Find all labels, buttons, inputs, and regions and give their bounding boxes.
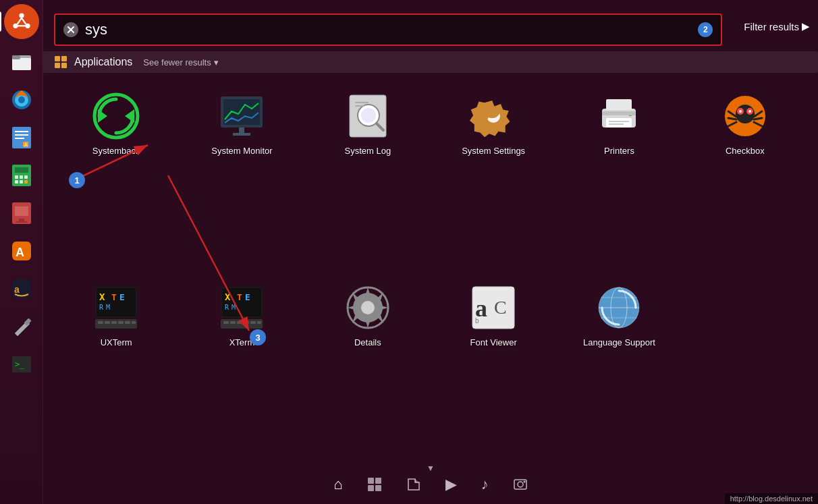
svg-text:C: C xyxy=(494,297,507,318)
sidebar-item-files[interactable] xyxy=(5,46,38,78)
svg-rect-16 xyxy=(15,138,24,139)
printers-label: Printers xyxy=(604,146,634,156)
svg-rect-25 xyxy=(20,180,23,184)
apps-grid: Systemback System Monitor xyxy=(43,73,818,470)
search-bar: sys 2 xyxy=(54,13,722,46)
app-item-details[interactable]: Details xyxy=(308,275,427,460)
sidebar-item-amazon[interactable]: a xyxy=(5,273,38,305)
nav-music-button[interactable]: ♪ xyxy=(481,476,489,493)
uxterm-icon: X T E R M xyxy=(92,283,140,332)
svg-rect-22 xyxy=(20,175,23,179)
search-result-count-badge: 2 xyxy=(698,22,713,37)
details-label: Details xyxy=(354,337,381,347)
font-viewer-icon: a C b xyxy=(469,283,518,332)
sidebar-item-firefox[interactable] xyxy=(5,84,38,116)
svg-rect-57 xyxy=(355,105,364,107)
svg-rect-60 xyxy=(606,99,632,110)
svg-rect-43 xyxy=(61,63,67,68)
svg-point-1 xyxy=(19,13,24,18)
sidebar-item-software[interactable]: A xyxy=(5,235,38,267)
app-item-font-viewer[interactable]: a C b Font Viewer xyxy=(434,275,553,460)
svg-rect-28 xyxy=(15,206,28,216)
svg-rect-8 xyxy=(12,58,31,70)
system-settings-label: System Settings xyxy=(462,146,525,156)
systemback-icon xyxy=(92,92,140,140)
sidebar-item-writer[interactable]: A xyxy=(5,121,38,154)
svg-rect-89 xyxy=(118,321,124,324)
svg-rect-42 xyxy=(55,63,60,68)
svg-rect-21 xyxy=(15,175,18,179)
search-clear-button[interactable] xyxy=(63,22,78,37)
svg-point-3 xyxy=(25,24,30,28)
app-item-checkbox[interactable]: Checkbox xyxy=(686,84,805,269)
applications-label: Applications xyxy=(74,56,132,68)
checkbox-label: Checkbox xyxy=(726,146,765,156)
svg-rect-120 xyxy=(368,478,374,484)
filter-results-button[interactable]: Filter results ▶ xyxy=(744,20,810,32)
svg-rect-56 xyxy=(355,102,369,103)
sidebar-item-terminal[interactable]: >_ xyxy=(5,348,38,381)
app-item-system-settings[interactable]: System Settings xyxy=(434,84,553,269)
nav-home-button[interactable]: ⌂ xyxy=(333,476,342,493)
language-support-icon xyxy=(595,283,643,332)
svg-rect-41 xyxy=(61,56,67,61)
svg-text:T: T xyxy=(237,292,242,302)
svg-rect-88 xyxy=(111,321,117,324)
ubuntu-home-button[interactable] xyxy=(4,4,39,39)
applications-header: Applications See fewer results ▾ xyxy=(43,51,818,73)
app-item-system-log[interactable]: System Log xyxy=(308,84,427,269)
svg-text:A: A xyxy=(16,246,24,259)
svg-rect-87 xyxy=(105,321,110,324)
svg-point-54 xyxy=(361,108,376,123)
svg-rect-123 xyxy=(375,485,381,491)
app-item-xterm[interactable]: X T E R M XTerm xyxy=(182,275,301,460)
svg-rect-20 xyxy=(15,167,28,173)
svg-text:R: R xyxy=(99,304,104,311)
svg-point-2 xyxy=(13,24,18,28)
search-input[interactable]: sys xyxy=(85,21,698,38)
svg-text:a: a xyxy=(14,284,20,295)
sidebar: A A a xyxy=(0,0,43,504)
nav-photos-button[interactable] xyxy=(513,477,528,492)
app-item-printers[interactable]: Printers xyxy=(560,84,678,269)
svg-text:X: X xyxy=(99,291,105,302)
svg-rect-121 xyxy=(375,478,381,484)
system-log-label: System Log xyxy=(344,146,391,156)
details-icon xyxy=(344,283,392,332)
scroll-hint-icon: ▼ xyxy=(427,464,435,473)
sidebar-item-calc[interactable] xyxy=(5,159,38,192)
system-monitor-label: System Monitor xyxy=(211,146,272,156)
svg-rect-15 xyxy=(15,134,28,136)
printers-icon xyxy=(595,92,643,140)
svg-text:R: R xyxy=(225,304,229,311)
see-fewer-button[interactable]: See fewer results ▾ xyxy=(143,57,218,67)
svg-rect-122 xyxy=(368,485,374,491)
sidebar-item-tools[interactable] xyxy=(5,310,38,343)
system-log-icon xyxy=(344,92,392,140)
svg-rect-91 xyxy=(132,321,136,324)
svg-rect-61 xyxy=(606,118,632,128)
system-settings-icon xyxy=(469,92,518,140)
svg-rect-14 xyxy=(15,131,28,132)
svg-rect-105 xyxy=(257,321,261,324)
app-item-system-monitor[interactable]: System Monitor xyxy=(182,84,301,269)
annotation-badge-3: 3 xyxy=(250,329,266,345)
svg-point-71 xyxy=(748,110,751,113)
svg-line-76 xyxy=(754,118,762,119)
nav-files-button[interactable] xyxy=(406,477,421,492)
annotation-badge-1: 1 xyxy=(69,172,85,188)
svg-text:T: T xyxy=(111,292,117,302)
svg-marker-45 xyxy=(98,109,107,123)
applications-icon xyxy=(54,55,67,69)
app-item-language-support[interactable]: Language Support xyxy=(560,275,678,460)
nav-media-button[interactable]: ▶ xyxy=(445,476,457,493)
nav-apps-button[interactable] xyxy=(367,477,382,492)
app-item-uxterm[interactable]: X T E R M UXTerm xyxy=(57,275,175,460)
svg-rect-30 xyxy=(16,221,27,223)
sidebar-item-impress[interactable] xyxy=(5,197,38,229)
svg-rect-40 xyxy=(55,56,60,61)
svg-rect-29 xyxy=(19,219,24,221)
svg-text:>_: >_ xyxy=(15,360,25,369)
main-panel: sys 2 Filter results ▶ Applications See … xyxy=(43,0,818,504)
svg-rect-100 xyxy=(223,321,229,324)
